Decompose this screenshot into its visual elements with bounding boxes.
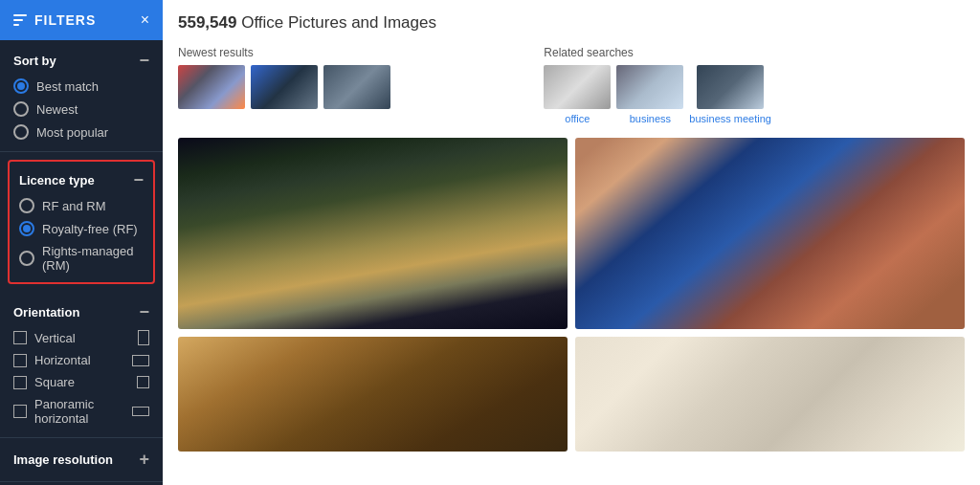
close-button[interactable]: ×: [141, 11, 149, 29]
related-label: Related searches: [544, 46, 965, 59]
licence-collapse-icon[interactable]: −: [133, 171, 144, 188]
images-grid: [178, 138, 965, 329]
square-icon: [137, 376, 149, 388]
orientation-panoramic[interactable]: Panoramic horizontal: [13, 397, 149, 426]
bottom-images-row: [178, 337, 965, 452]
newest-label: Newest results: [178, 46, 528, 59]
panoramic-checkbox: [13, 405, 27, 418]
orientation-collapse-icon[interactable]: −: [139, 303, 149, 320]
thumb-2[interactable]: [251, 65, 318, 109]
square-checkbox: [13, 376, 27, 389]
horizontal-icon: [132, 355, 149, 366]
panoramic-icon: [132, 407, 149, 416]
related-business-meeting[interactable]: business meeting: [689, 65, 771, 124]
related-label-office[interactable]: office: [565, 113, 590, 124]
filters-label: FILTERS: [34, 12, 96, 28]
thumb-1[interactable]: [178, 65, 245, 109]
thumb-img-2: [251, 65, 318, 109]
sort-by-options: Best match Newest Most popular: [13, 78, 149, 140]
licence-rf-rm[interactable]: RF and RM: [19, 198, 144, 213]
sort-most-popular[interactable]: Most popular: [13, 124, 149, 140]
licence-options: RF and RM Royalty-free (RF) Rights-manag…: [19, 198, 144, 273]
image-resolution-expand-icon: +: [139, 450, 149, 470]
related-img-office: [544, 65, 611, 109]
image-man: [575, 138, 965, 329]
thumb-3[interactable]: [323, 65, 390, 109]
licence-type-section: Licence type − RF and RM Royalty-free (R…: [8, 160, 155, 284]
image-card-bottom-right[interactable]: [575, 337, 965, 452]
image-card-meeting[interactable]: [178, 138, 568, 329]
related-searches: Related searches office business busines…: [544, 46, 965, 124]
orientation-options: Vertical Horizontal Square: [13, 330, 149, 426]
sort-best-match-radio: [13, 78, 29, 94]
sidebar-header: FILTERS ×: [0, 0, 163, 40]
licence-rights-managed[interactable]: Rights-managed (RM): [19, 244, 144, 273]
related-business[interactable]: business: [616, 65, 683, 124]
newest-thumbs: [178, 65, 528, 109]
orientation-horizontal[interactable]: Horizontal: [13, 353, 149, 367]
licence-rf-rm-radio: [19, 198, 34, 213]
main-content: 559,549 Office Pictures and Images Newes…: [163, 0, 980, 485]
main-title: 559,549 Office Pictures and Images: [178, 13, 965, 33]
licence-type-title: Licence type −: [19, 171, 144, 188]
horizontal-checkbox: [13, 354, 27, 367]
newest-results: Newest results: [178, 46, 528, 124]
sidebar: FILTERS × Sort by − Best match Newest Mo…: [0, 0, 163, 485]
licence-rf-radio: [19, 221, 34, 236]
image-meeting: [178, 138, 568, 329]
orientation-vertical[interactable]: Vertical: [13, 330, 149, 345]
related-label-business-meeting[interactable]: business meeting: [689, 113, 771, 124]
sort-newest[interactable]: Newest: [13, 101, 149, 117]
related-img-business-meeting: [697, 65, 764, 109]
image-card-bottom-left[interactable]: [178, 337, 568, 452]
sidebar-header-left: FILTERS: [13, 12, 96, 28]
vertical-icon: [138, 330, 149, 345]
image-card-man[interactable]: [575, 138, 965, 329]
filter-icon: [13, 14, 27, 26]
related-label-business[interactable]: business: [630, 113, 671, 124]
licence-royalty-free[interactable]: Royalty-free (RF): [19, 221, 144, 236]
sort-by-section: Sort by − Best match Newest Most popular: [0, 40, 163, 152]
orientation-title: Orientation −: [13, 303, 149, 320]
sort-by-collapse-icon[interactable]: −: [139, 52, 149, 69]
orientation-section: Orientation − Vertical Horizontal: [0, 292, 163, 438]
related-img-business: [616, 65, 683, 109]
sort-by-title: Sort by −: [13, 52, 149, 69]
sort-newest-radio: [13, 101, 29, 117]
orientation-square[interactable]: Square: [13, 375, 149, 389]
image-resolution-section[interactable]: Image resolution +: [0, 438, 163, 482]
licence-rm-radio: [19, 251, 34, 266]
related-office[interactable]: office: [544, 65, 611, 124]
related-thumbs: office business business meeting: [544, 65, 965, 124]
vertical-checkbox: [13, 331, 27, 344]
sort-most-popular-radio: [13, 124, 29, 140]
thumb-img-1: [178, 65, 245, 109]
thumb-img-3: [323, 65, 390, 109]
sort-best-match[interactable]: Best match: [13, 78, 149, 94]
results-row: Newest results Related searches office: [178, 46, 965, 124]
